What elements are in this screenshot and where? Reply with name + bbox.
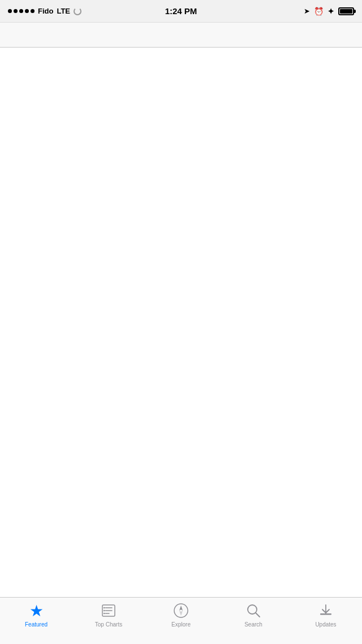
svg-rect-12	[320, 613, 331, 615]
search-icon	[245, 602, 262, 619]
status-bar: Fido LTE 1:24 PM ➤ ⏰ ✦	[0, 0, 362, 23]
tab-top-charts[interactable]: Top Charts	[72, 602, 145, 628]
signal-dot-3	[19, 9, 23, 13]
location-icon: ➤	[304, 7, 310, 15]
svg-line-11	[256, 613, 260, 617]
updates-icon	[317, 602, 334, 619]
signal-dot-2	[14, 9, 18, 13]
star-icon: ★	[28, 602, 45, 619]
svg-point-6	[104, 613, 105, 614]
time-display: 1:24 PM	[165, 6, 197, 16]
status-left: Fido LTE	[8, 7, 81, 15]
tab-featured[interactable]: ★ Featured	[0, 602, 72, 628]
signal-dot-4	[25, 9, 29, 13]
nav-bar	[0, 23, 362, 48]
tab-top-charts-label: Top Charts	[95, 621, 122, 628]
battery-fill	[340, 9, 352, 14]
battery-icon	[338, 7, 354, 15]
tab-search[interactable]: Search	[217, 602, 290, 628]
signal-strength	[8, 9, 35, 13]
tab-updates-label: Updates	[315, 621, 336, 628]
list-icon	[100, 602, 117, 619]
tab-updates[interactable]: Updates	[290, 602, 362, 628]
tab-bar: ★ Featured Top Charts Explore	[0, 597, 362, 644]
network-type-label: LTE	[57, 7, 70, 15]
svg-marker-9	[179, 611, 183, 616]
svg-point-5	[104, 610, 105, 611]
loading-spinner-icon	[74, 7, 81, 15]
tab-search-label: Search	[244, 621, 262, 628]
signal-dot-1	[8, 9, 12, 13]
status-right: ➤ ⏰ ✦	[304, 7, 354, 16]
main-content	[0, 48, 362, 622]
tab-featured-label: Featured	[25, 621, 48, 628]
tab-explore-label: Explore	[171, 621, 191, 628]
carrier-label: Fido	[38, 7, 53, 15]
signal-dot-5	[31, 9, 35, 13]
alarm-icon: ⏰	[314, 7, 324, 16]
svg-marker-8	[179, 606, 183, 611]
bluetooth-icon: ✦	[327, 7, 334, 16]
tab-explore[interactable]: Explore	[145, 602, 217, 628]
svg-point-4	[104, 607, 105, 608]
compass-icon	[173, 602, 189, 619]
